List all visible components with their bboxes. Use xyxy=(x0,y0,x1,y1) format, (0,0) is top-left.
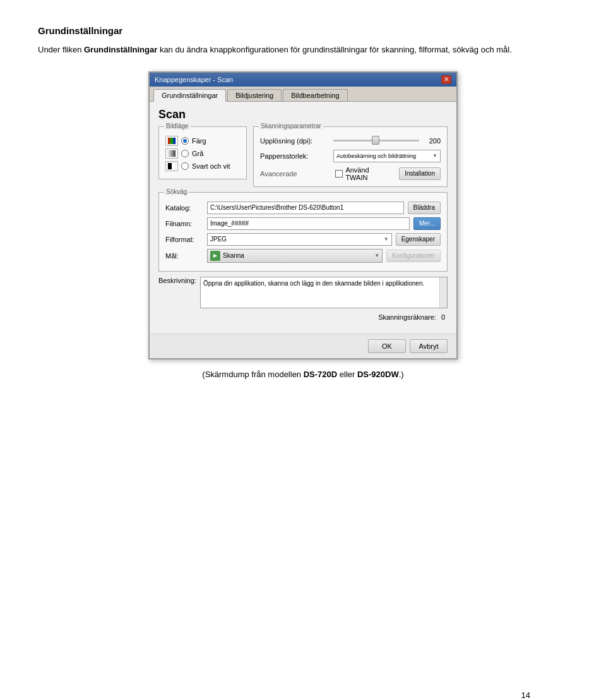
sökväg-label: Sökväg xyxy=(164,188,189,195)
radio-dot-gra[interactable] xyxy=(181,150,189,157)
dialog-box: Knappegenskaper - Scan ✕ Grundinställnin… xyxy=(148,71,458,359)
skanningsparametrar-panel: Skanningsparametrar Upplösning (dpi): xyxy=(253,126,448,192)
dialog-title: Knappegenskaper - Scan xyxy=(155,76,233,83)
close-button[interactable]: ✕ xyxy=(441,75,451,84)
bildlage-section: Bildläge Färg xyxy=(158,126,247,179)
two-column-layout: Bildläge Färg xyxy=(158,126,448,192)
avancerade-label: Avancerade xyxy=(260,170,329,178)
scan-heading: Scan xyxy=(158,108,448,121)
pappersstorlek-value: Autobeskärning och bildrättning xyxy=(336,153,416,159)
counter-value: 0 xyxy=(441,313,445,321)
filformat-label: Filformat: xyxy=(165,236,203,243)
radio-farg[interactable]: Färg xyxy=(165,136,240,146)
counter-label: Skanningsräknare: xyxy=(378,313,436,321)
page-number: 14 xyxy=(521,691,530,700)
caption-text: (Skärmdump från modellen DS-720D eller D… xyxy=(38,370,568,379)
pappersstorlek-row: Pappersstorlek: Autobeskärning och bildr… xyxy=(260,150,441,162)
radio-label-bw: Svart och vit xyxy=(192,162,230,170)
beskrivning-row: Beskrivning: Öppna din applikation, skan… xyxy=(158,277,448,308)
svg-rect-5 xyxy=(168,163,172,169)
tab-bildbearbetning[interactable]: Bildbearbetning xyxy=(283,89,347,101)
svg-rect-3 xyxy=(168,150,175,157)
svg-rect-1 xyxy=(168,138,175,144)
filnamn-label: Filnamn: xyxy=(165,220,203,227)
mal-icon: ▶ xyxy=(210,251,220,261)
katalog-label: Katalog: xyxy=(165,204,203,212)
pappersstorlek-dropdown[interactable]: Autobeskärning och bildrättning ▼ xyxy=(333,150,441,162)
mer-button[interactable]: Mer... xyxy=(413,217,441,230)
counter-row: Skanningsräknare: 0 xyxy=(158,313,448,321)
screenshot-container: Knappegenskaper - Scan ✕ Grundinställnin… xyxy=(38,71,568,359)
ok-button[interactable]: OK xyxy=(368,339,406,353)
filformat-dropdown[interactable]: JPEG ▼ xyxy=(207,233,392,246)
filformat-value: JPEG xyxy=(210,236,227,243)
avancerade-row: Avancerade Använd TWAIN Installation xyxy=(260,166,441,181)
twain-label: Använd TWAIN xyxy=(345,166,393,181)
skanningsparametrar-label: Skanningsparametrar xyxy=(259,123,323,130)
dropdown-arrow-icon: ▼ xyxy=(432,153,437,159)
beskrivning-text: Öppna din applikation, skanna och lägg i… xyxy=(203,280,444,287)
mal-dropdown[interactable]: ▶ Skanna ▼ xyxy=(207,249,383,263)
gra-icon xyxy=(165,148,178,159)
bildlage-panel: Bildläge Färg xyxy=(158,126,247,192)
mal-label: Mål: xyxy=(165,252,203,260)
upplösning-label: Upplösning (dpi): xyxy=(260,137,330,145)
twain-checkbox-box[interactable] xyxy=(335,170,343,178)
tab-bildjustering[interactable]: Bildjustering xyxy=(227,89,282,101)
upplösning-slider[interactable] xyxy=(333,136,419,146)
installation-button[interactable]: Installation xyxy=(399,167,441,180)
radio-label-gra: Grå xyxy=(192,150,203,157)
radio-gra[interactable]: Grå xyxy=(165,148,240,159)
katalog-row: Katalog: C:\Users\User\Pictures\Brother … xyxy=(165,202,441,214)
radio-bw[interactable]: Svart och vit xyxy=(165,161,240,171)
filnamn-input[interactable]: Image_##### xyxy=(207,217,410,230)
tab-grundinstallningar[interactable]: Grundinställningar xyxy=(153,89,226,102)
skanningsparametrar-section: Skanningsparametrar Upplösning (dpi): xyxy=(253,126,448,187)
filformat-arrow-icon: ▼ xyxy=(384,236,389,242)
egenskaper-button[interactable]: Egenskaper xyxy=(396,233,441,246)
upplösning-value: 200 xyxy=(423,137,441,145)
dialog-footer: OK Avbryt xyxy=(150,334,456,358)
upplösning-row: Upplösning (dpi): 200 xyxy=(260,136,441,146)
dialog-body: Scan Bildläge xyxy=(150,102,456,334)
bw-icon xyxy=(165,161,178,171)
filformat-row: Filformat: JPEG ▼ Egenskaper xyxy=(165,233,441,246)
radio-dot-bw[interactable] xyxy=(181,162,189,170)
intro-text: Under fliken Grundinställningar kan du ä… xyxy=(38,44,568,56)
radio-dot-farg[interactable] xyxy=(181,137,189,145)
section-title: Grundinställningar xyxy=(38,25,568,36)
beskrivning-box: Öppna din applikation, skanna och lägg i… xyxy=(200,277,448,308)
dialog-titlebar: Knappegenskaper - Scan ✕ xyxy=(150,73,456,87)
filnamn-row: Filnamn: Image_##### Mer... xyxy=(165,217,441,230)
dialog-tabs: Grundinställningar Bildjustering Bildbea… xyxy=(150,87,456,102)
twain-checkbox[interactable]: Använd TWAIN xyxy=(335,166,393,181)
scrollbar[interactable] xyxy=(439,277,447,308)
mal-arrow-icon: ▼ xyxy=(374,253,379,258)
mal-value: Skanna xyxy=(223,252,244,259)
bläddra-button[interactable]: Bläddra xyxy=(408,202,441,214)
beskrivning-section: Beskrivning: Öppna din applikation, skan… xyxy=(158,277,448,308)
katalog-input[interactable]: C:\Users\User\Pictures\Brother DS-620\Bu… xyxy=(207,202,404,214)
farg-icon xyxy=(165,136,178,146)
radio-label-farg: Färg xyxy=(192,137,206,145)
konfigurationer-button[interactable]: Konfigurationer xyxy=(386,250,441,262)
svg-rect-6 xyxy=(172,163,175,169)
cancel-button[interactable]: Avbryt xyxy=(410,339,448,353)
pappersstorlek-label: Pappersstorlek: xyxy=(260,152,330,160)
mal-row: Mål: ▶ Skanna ▼ Konfigurationer xyxy=(165,249,441,263)
beskrivning-label: Beskrivning: xyxy=(158,277,196,308)
sökväg-section: Sökväg Katalog: C:\Users\User\Pictures\B… xyxy=(158,192,448,272)
bildlage-label: Bildläge xyxy=(164,123,191,130)
